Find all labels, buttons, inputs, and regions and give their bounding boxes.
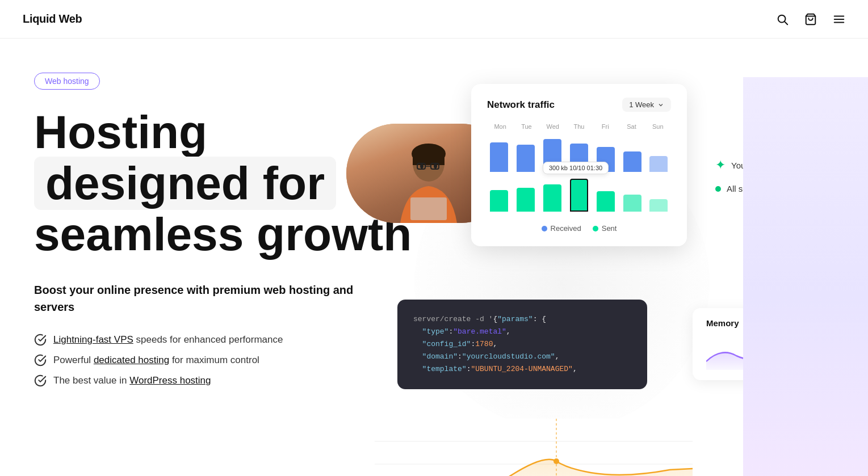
hero-headline: Hosting designed for seamless growth bbox=[34, 108, 443, 259]
right-gradient bbox=[743, 77, 868, 476]
svg-line-1 bbox=[785, 22, 787, 24]
svg-point-20 bbox=[553, 458, 559, 464]
menu-icon[interactable] bbox=[833, 13, 845, 26]
navbar: Liquid Web bbox=[0, 0, 868, 39]
headline-highlight: designed for bbox=[34, 157, 336, 210]
week-selector[interactable]: 1 Week bbox=[622, 98, 671, 112]
web-hosting-badge[interactable]: Web hosting bbox=[34, 73, 100, 90]
headline-line3: seamless growth bbox=[34, 208, 412, 260]
chart-tooltip: 300 kb 10/10 01:30 bbox=[543, 162, 609, 174]
cart-icon[interactable] bbox=[804, 13, 817, 26]
wordpress-link[interactable]: WordPress hosting bbox=[129, 375, 211, 386]
status-dot bbox=[715, 186, 721, 192]
logo[interactable]: Liquid Web bbox=[23, 12, 82, 26]
headline-line1: Hosting bbox=[34, 106, 207, 158]
check-icon-vps bbox=[34, 334, 47, 346]
hero-section: Web hosting Hosting designed for seamles… bbox=[0, 39, 868, 476]
performance-chart bbox=[375, 419, 693, 476]
sparkle-icon: ✦ bbox=[715, 158, 726, 172]
hero-subtext: Boost your online presence with premium … bbox=[34, 281, 363, 315]
search-icon[interactable] bbox=[776, 13, 789, 26]
check-icon-wordpress bbox=[34, 374, 47, 387]
dedicated-link[interactable]: dedicated hosting bbox=[94, 355, 169, 365]
nav-icons bbox=[776, 13, 845, 26]
chevron-down-icon bbox=[657, 102, 664, 108]
chart-legend: Received Sent bbox=[487, 224, 671, 233]
legend-received: Received bbox=[542, 224, 581, 233]
network-traffic-card: Network traffic 1 Week Mon Tue Wed Thu F… bbox=[471, 84, 687, 246]
sent-bars: 300 kb 10/10 01:30 bbox=[487, 178, 671, 212]
perf-svg bbox=[375, 419, 693, 476]
check-icon-dedicated bbox=[34, 354, 47, 367]
legend-sent: Sent bbox=[593, 224, 617, 233]
received-bars bbox=[487, 138, 671, 172]
card-header: Network traffic 1 Week bbox=[487, 98, 671, 112]
bar-chart: Mon Tue Wed Thu Fri Sat Sun bbox=[487, 123, 671, 233]
card-title: Network traffic bbox=[487, 99, 555, 111]
svg-rect-15 bbox=[375, 419, 693, 476]
chart-days: Mon Tue Wed Thu Fri Sat Sun bbox=[487, 123, 671, 130]
vps-link[interactable]: Lightning-fast VPS bbox=[53, 334, 133, 345]
